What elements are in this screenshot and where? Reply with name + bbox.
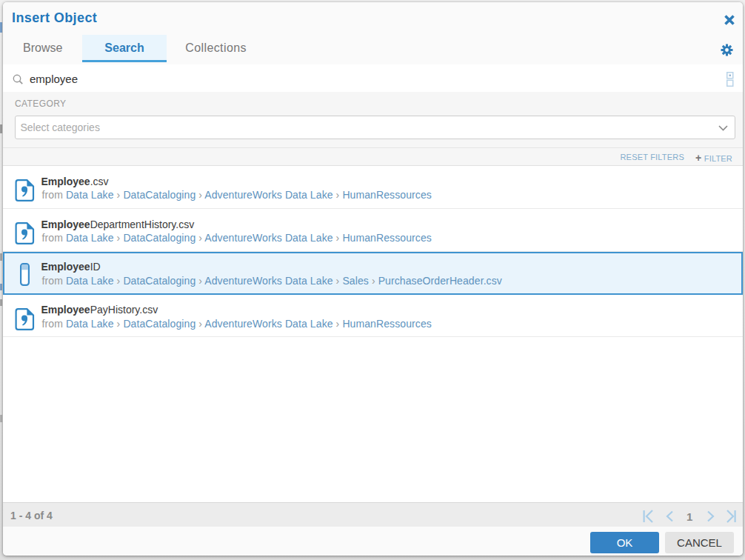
svg-text:1: 1 [686,510,692,523]
